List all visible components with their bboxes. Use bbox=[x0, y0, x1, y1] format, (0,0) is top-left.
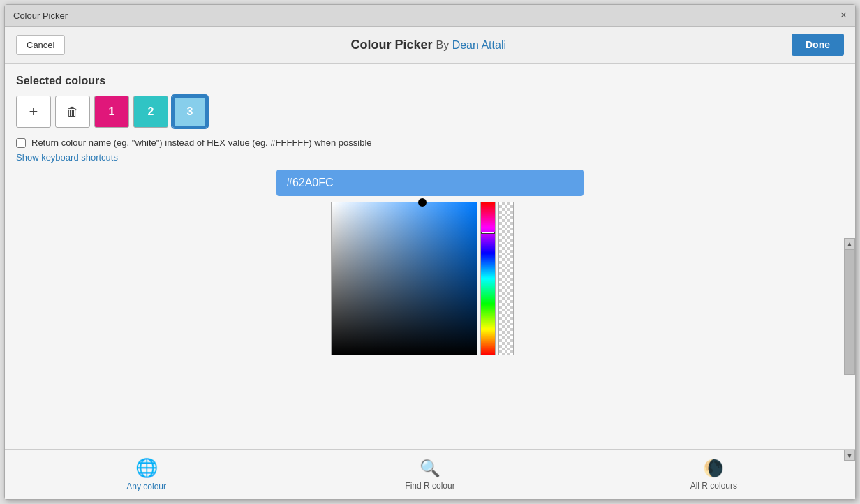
title-prefix: Colour Picker bbox=[350, 38, 432, 52]
tab-find-r-colour-label: Find R colour bbox=[405, 481, 454, 491]
picker-cursor bbox=[418, 198, 427, 207]
header-title-text: Colour Picker By Dean Attali bbox=[350, 38, 506, 52]
title-bar: Colour Picker × bbox=[5, 5, 855, 27]
colour-swatch-2[interactable]: 2 bbox=[133, 96, 168, 128]
return-name-label: Return colour name (eg. "white") instead… bbox=[31, 138, 372, 148]
author-link[interactable]: Dean Attali bbox=[452, 39, 506, 51]
title-bar-label: Colour Picker bbox=[13, 10, 68, 21]
scrollbar-up-button[interactable]: ▲ bbox=[844, 238, 855, 249]
trash-icon: 🗑 bbox=[66, 105, 79, 119]
tab-all-r-colours[interactable]: 🌘 All R colours bbox=[572, 450, 855, 499]
tab-all-r-colours-label: All R colours bbox=[690, 481, 737, 491]
done-button[interactable]: Done bbox=[792, 34, 844, 56]
search-icon: 🔍 bbox=[420, 459, 440, 478]
add-colour-button[interactable]: + bbox=[16, 96, 51, 128]
gradient-box[interactable] bbox=[331, 202, 477, 355]
by-label: By bbox=[436, 39, 452, 51]
alpha-strip[interactable] bbox=[498, 202, 514, 355]
colour-picker-widget bbox=[331, 202, 530, 355]
hex-input[interactable] bbox=[276, 170, 584, 196]
picker-area bbox=[16, 163, 844, 449]
return-name-checkbox[interactable] bbox=[16, 138, 26, 148]
header-title: Colour Picker By Dean Attali bbox=[350, 38, 506, 52]
picker-container bbox=[269, 170, 591, 355]
scrollbar-down-button[interactable]: ▼ bbox=[844, 450, 855, 461]
colour-swatches: + 🗑 1 2 3 bbox=[16, 96, 844, 128]
colour-swatch-3[interactable]: 3 bbox=[172, 96, 207, 128]
tab-find-r-colour[interactable]: 🔍 Find R colour bbox=[288, 450, 572, 499]
colour-swatch-1[interactable]: 1 bbox=[94, 96, 129, 128]
header: Cancel Colour Picker By Dean Attali Done bbox=[5, 27, 855, 64]
cancel-button[interactable]: Cancel bbox=[16, 35, 65, 55]
globe-icon: 🌐 bbox=[135, 457, 158, 479]
brush-icon: 🌘 bbox=[703, 459, 724, 478]
tab-any-colour-label: Any colour bbox=[126, 482, 166, 491]
main-content: Selected colours + 🗑 1 2 3 Return colour… bbox=[5, 64, 855, 449]
delete-colour-button[interactable]: 🗑 bbox=[55, 96, 90, 128]
hue-cursor bbox=[481, 232, 495, 234]
selected-colours-label: Selected colours bbox=[16, 75, 844, 87]
shortcuts-link[interactable]: Show keyboard shortcuts bbox=[16, 152, 844, 163]
hue-strip[interactable] bbox=[480, 202, 496, 355]
close-button[interactable]: × bbox=[840, 9, 847, 22]
return-checkbox-row: Return colour name (eg. "white") instead… bbox=[16, 138, 844, 148]
tab-any-colour[interactable]: 🌐 Any colour bbox=[5, 450, 288, 499]
bottom-tabs: 🌐 Any colour 🔍 Find R colour 🌘 All R col… bbox=[5, 449, 855, 499]
colour-picker-dialog: Colour Picker × Cancel Colour Picker By … bbox=[4, 4, 856, 500]
scrollbar-thumb[interactable] bbox=[844, 249, 855, 375]
